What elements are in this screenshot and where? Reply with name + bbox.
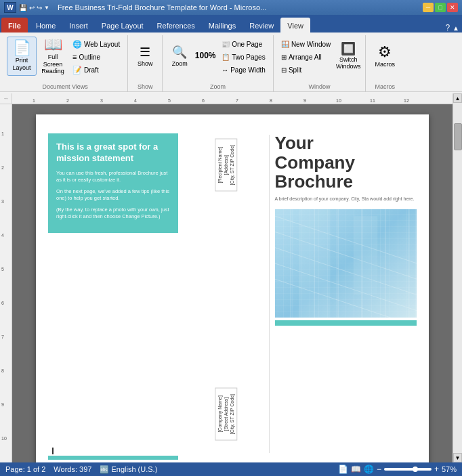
page-width-label: Page Width [230,66,266,74]
outline-button[interactable]: ≡ Outline [69,51,123,63]
scroll-down-button[interactable]: ▼ [453,453,462,462]
arrange-all-button[interactable]: ⊞ Arrange All [278,51,334,63]
two-pages-button[interactable]: 📋 Two Pages [218,51,269,63]
view-web-icon[interactable]: 🌐 [364,464,374,474]
arrange-all-icon: ⊞ [281,53,287,61]
zoom-view-options: 📰 One Page 📋 Two Pages ↔ Page Width [218,37,269,76]
minimize-button[interactable]: ─ [423,3,434,12]
zoom-icon: 🔍 [172,45,187,60]
show-group-label: Show [132,82,158,91]
macros-content: ⚙ Macros [370,35,400,82]
sender-address: [Company Name] [Street Address] [City, S… [215,388,237,441]
tab-references[interactable]: References [150,18,202,33]
full-screen-label: Full ScreenReading [41,53,65,75]
undo-icon[interactable]: ↩ [29,4,35,12]
full-screen-reading-button[interactable]: 📖 Full ScreenReading [38,37,68,76]
teal-mission-box: This is a great spot for a mission state… [48,133,178,233]
split-button[interactable]: ⊟ Split [278,64,334,76]
redo-icon[interactable]: ↪ [37,4,42,12]
macros-icon: ⚙ [378,45,392,60]
web-layout-button[interactable]: 🌐 Web Layout [69,38,123,50]
zoom-percent-button[interactable]: 100% [194,37,217,74]
company-brochure-title: Your Company Brochure [275,133,417,192]
close-button[interactable]: ✕ [447,3,458,12]
tab-review[interactable]: Review [243,18,280,33]
show-button[interactable]: ☰ Show [132,37,158,74]
zoom-slider[interactable] [384,468,432,471]
doc-views-small: 🌐 Web Layout ≡ Outline 📝 Draft [69,37,123,76]
building-overlay [275,209,417,318]
document-views-content: 📄 PrintLayout 📖 Full ScreenReading 🌐 Web… [7,35,123,82]
ruler-horizontal: 1 2 3 4 5 6 7 8 9 10 11 12 [12,93,462,104]
ribbon-tabs: File Home Insert Page Layout References … [0,15,462,33]
two-pages-label: Two Pages [232,53,265,61]
spell-check-icon[interactable]: 🔤 [100,465,109,473]
tab-home[interactable]: Home [29,18,62,33]
brochure-content: This is a great spot for a mission state… [36,114,429,462]
scroll-thumb[interactable] [454,123,462,150]
print-layout-button[interactable]: 📄 PrintLayout [7,37,37,76]
scrollbar-vertical[interactable]: ▲ ▼ [453,93,462,462]
brochure-right-panel: Your Company Brochure A brief descriptio… [270,128,422,460]
zoom-percent-value: 100% [195,51,216,60]
zoom-group-label: Zoom [167,82,269,91]
two-pages-icon: 📋 [222,53,230,61]
zoom-btn-label: Zoom [172,60,188,67]
ribbon-collapse-icon[interactable]: ▲ [453,24,459,32]
view-print-icon[interactable]: 📄 [338,464,348,474]
zoom-out-button[interactable]: − [377,464,381,474]
save-icon[interactable]: 💾 [19,4,27,12]
zoom-in-button[interactable]: + [434,464,439,474]
one-page-label: One Page [232,41,262,48]
document-page: This is a great spot for a mission state… [36,114,429,462]
scroll-track[interactable] [453,103,462,453]
tab-page-layout[interactable]: Page Layout [95,18,150,33]
new-window-button[interactable]: 🪟 New Window [278,38,334,50]
split-icon: ⊟ [281,66,287,74]
title-text: Free Business Tri-Fold Brochure Template… [58,3,266,12]
body-text-1: You can use this fresh, professional Bro… [56,170,170,184]
print-layout-label: PrintLayout [12,57,30,72]
zoom-level-display: 57% [442,465,457,473]
body-text-3: (By the way, to replace a photo with you… [56,207,170,221]
full-screen-icon: 📖 [44,37,62,52]
left-panel-bottom-bar [48,456,178,460]
document-area: ↔ 1 2 3 4 5 6 7 8 9 10 11 12 1 2 3 4 5 6… [0,93,462,462]
new-window-icon: 🪟 [281,41,289,48]
tab-mailings[interactable]: Mailings [202,18,243,33]
zoom-button[interactable]: 🔍 Zoom [167,37,192,74]
scroll-up-button[interactable]: ▲ [453,93,462,103]
arrange-all-label: Arrange All [289,53,322,61]
macros-group-label: Macros [370,82,400,91]
mission-body: You can use this fresh, professional Bro… [56,170,170,221]
show-icon: ☰ [140,45,150,60]
ribbon-group-show: ☰ Show Show [128,35,163,91]
customize-icon[interactable]: ▼ [44,5,49,11]
draft-label: Draft [84,66,99,74]
web-layout-label: Web Layout [84,41,120,48]
maximize-button[interactable]: □ [435,3,446,12]
text-cursor [52,448,54,454]
right-panel-teal-bar [275,320,417,326]
quick-access-toolbar: 💾 ↩ ↪ ▼ [19,4,49,12]
one-page-button[interactable]: 📰 One Page [218,38,269,50]
window-group-label: Window [278,82,361,91]
page-width-button[interactable]: ↔ Page Width [218,64,269,76]
company-line1: Your [275,133,417,153]
switch-windows-button[interactable]: 🔲 SwitchWindows [335,37,361,74]
recipient-address: [Recipient Name] [Address] [City, ST ZIP… [215,139,237,192]
macros-button[interactable]: ⚙ Macros [370,37,400,76]
draft-button[interactable]: 📝 Draft [69,64,123,76]
word-count: Words: 397 [54,465,91,474]
tab-view[interactable]: View [280,18,310,33]
window-controls: ─ □ ✕ [423,3,458,12]
tab-insert[interactable]: Insert [62,18,95,33]
mission-title: This is a great spot for a mission state… [56,142,170,165]
status-bar: Page: 1 of 2 Words: 397 🔤 English (U.S.)… [0,462,462,476]
zoom-slider-thumb[interactable] [413,467,418,472]
tab-file[interactable]: File [1,18,28,33]
view-fullscreen-icon[interactable]: 📖 [351,464,361,474]
title-bar: W 💾 ↩ ↪ ▼ Free Business Tri-Fold Brochur… [0,0,462,15]
outline-label: Outline [79,53,100,61]
help-minimize-icon[interactable]: ? [445,23,450,33]
